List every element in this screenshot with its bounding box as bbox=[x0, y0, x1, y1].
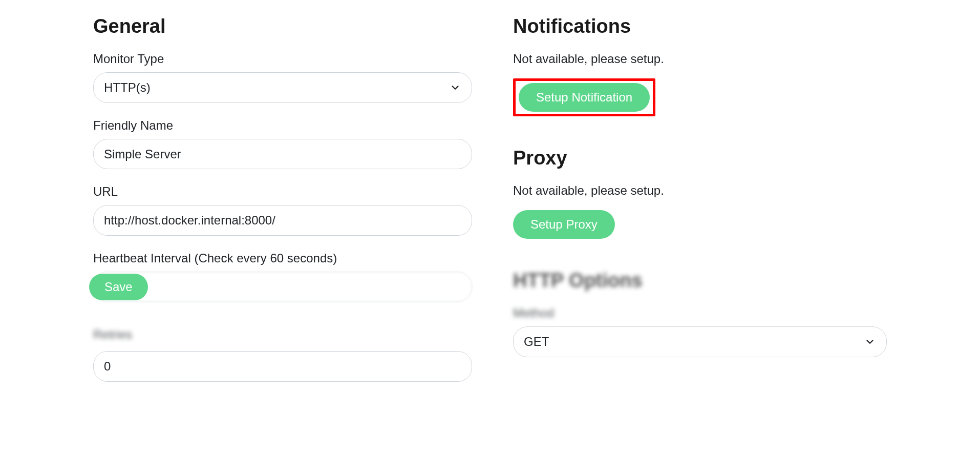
heartbeat-group: Heartbeat Interval (Check every 60 secon… bbox=[93, 251, 472, 302]
monitor-type-select[interactable]: HTTP(s) bbox=[93, 72, 472, 103]
notifications-title: Notifications bbox=[513, 15, 887, 37]
heartbeat-label: Heartbeat Interval (Check every 60 secon… bbox=[93, 251, 472, 265]
setup-notification-button[interactable]: Setup Notification bbox=[519, 83, 650, 112]
setup-notification-highlight: Setup Notification bbox=[513, 78, 655, 116]
friendly-name-input[interactable] bbox=[93, 139, 472, 170]
monitor-type-group: Monitor Type HTTP(s) bbox=[93, 52, 472, 103]
general-title: General bbox=[93, 15, 472, 37]
url-group: URL bbox=[93, 184, 472, 236]
notifications-section: Notifications Not available, please setu… bbox=[513, 15, 887, 116]
notifications-help: Not available, please setup. bbox=[513, 52, 887, 66]
proxy-title: Proxy bbox=[513, 147, 887, 169]
method-label: Method bbox=[513, 306, 887, 320]
proxy-section: Proxy Not available, please setup. Setup… bbox=[513, 147, 887, 239]
retries-label: Retries bbox=[93, 327, 472, 342]
monitor-type-label: Monitor Type bbox=[93, 52, 472, 66]
friendly-name-label: Friendly Name bbox=[93, 118, 472, 133]
retries-input[interactable] bbox=[93, 351, 472, 382]
save-button[interactable]: Save bbox=[89, 274, 148, 300]
url-input[interactable] bbox=[93, 205, 472, 236]
setup-proxy-button[interactable]: Setup Proxy bbox=[513, 210, 615, 239]
friendly-name-group: Friendly Name bbox=[93, 118, 472, 170]
http-options-section: HTTP Options Method GET bbox=[513, 270, 887, 357]
heartbeat-input[interactable] bbox=[93, 272, 472, 302]
url-label: URL bbox=[93, 184, 472, 199]
method-select[interactable]: GET bbox=[513, 326, 887, 357]
http-options-title: HTTP Options bbox=[513, 270, 887, 292]
proxy-help: Not available, please setup. bbox=[513, 183, 887, 198]
